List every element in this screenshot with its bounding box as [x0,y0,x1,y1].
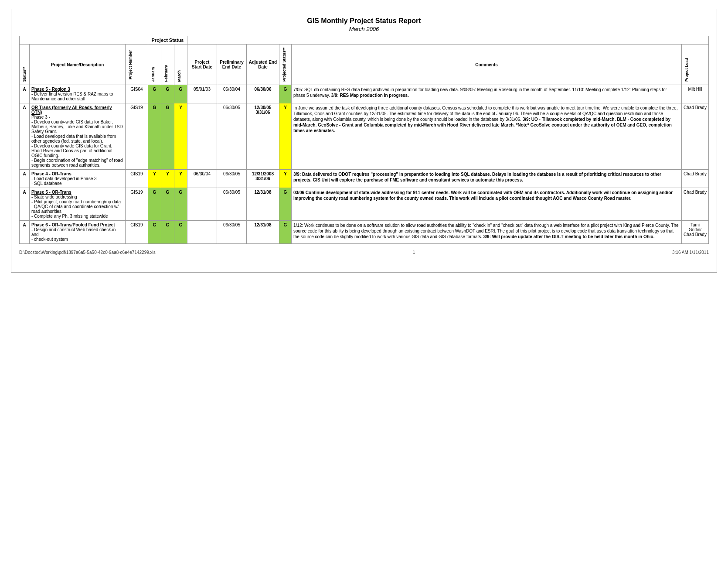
mar-cell: Y [174,170,187,188]
proj-status-cell: Y [279,170,292,188]
project-name-sub: - Design and construct Web based check-i… [31,227,116,237]
comment-bold: 03/06 Continue development of state-wide… [293,190,673,201]
start-date-col-header: Project Start Date [187,45,217,85]
mar-cell: G [174,85,187,103]
jan-cell: G [148,103,161,170]
project-name-sub: - Develop county-wide GIS data for Baker… [31,120,123,134]
prelim-end-cell: 06/30/05 [217,188,247,221]
footer-file-path: D:\Docstoc\Working\pdf\1897a6a5-5a50-42c… [19,250,156,255]
table-row: APhase 5 - Region 3- Deliver final versi… [20,85,709,103]
footer-timestamp: 3:16 AM 1/11/2011 [672,250,709,255]
project-name-bold: Phase 6 - OR-Trans/Pooled Fund Project [31,223,115,227]
project-name-cell: Phase 6 - OR-Trans/Pooled Fund Project- … [30,221,126,244]
project-name-bold: Phase 5 - Region 3 [31,87,70,92]
mar-col-header: March [176,68,182,84]
adj-end-col-header: Adjusted End Date [247,45,279,85]
page-wrapper: GIS Monthly Project Status Report March … [11,9,717,273]
project-number-cell: GIS04 [126,85,148,103]
status-cell: A [20,188,30,221]
project-name-sub: - check-out system [31,237,68,242]
proj-status-cell: Y [279,103,292,170]
feb-cell: Y [161,170,174,188]
comments-cell: In June we assumed the task of developin… [292,103,682,170]
project-name-bold: Phase 5 - OR-Trans [31,190,71,195]
jan-cell: G [148,188,161,221]
table-row: APhase 6 - OR-Trans/Pooled Fund Project-… [20,221,709,244]
jan-col-header: January [150,65,156,84]
proj-status-cell: G [279,188,292,221]
jan-cell: G [148,221,161,244]
project-name-phase: Phase 3 - [31,115,50,120]
start-date-cell [187,221,217,244]
report-title: GIS Monthly Project Status Report [19,17,709,25]
feb-cell: G [161,103,174,170]
start-date-cell [187,188,217,221]
project-name-sub: - SQL database [31,181,62,186]
project-name-sub: - QA/QC of data and coordinate correctio… [31,204,119,214]
project-name-sub: - Complete any Ph. 3 missing statewide [31,214,108,219]
project-number-cell: GIS19 [126,188,148,221]
lead-cell: Tami Griffin/ Chad Brady [682,221,709,244]
project-status-header: Project Status [148,36,187,45]
prelim-end-cell: 06/30/05 [217,221,247,244]
project-name-sub: - State wide addressing [31,195,77,199]
start-date-cell: 06/30/04 [187,170,217,188]
project-name-bold: OR Trans (formerly All Roads, formerly O… [31,105,112,115]
jan-cell: G [148,85,161,103]
comments-cell: 7/05: SQL db containing RES data being a… [292,85,682,103]
start-date-cell [187,103,217,170]
feb-cell: G [161,188,174,221]
comments-col-header: Comments [292,45,682,85]
adj-end-cell: 12/31/08 [247,188,279,221]
prelim-end-cell: 06/30/05 [217,170,247,188]
proj-status-cell: G [279,221,292,244]
status-col-header: Status** [21,65,27,84]
project-name-cell: Phase 5 - Region 3- Deliver final versio… [30,85,126,103]
footer-page: 1 [413,250,415,255]
prelim-end-cell: 06/30/05 [217,103,247,170]
status-cell: A [20,221,30,244]
project-number-cell: GIS19 [126,221,148,244]
status-cell: A [20,103,30,170]
project-name-sub: - Develop county wide GIS data for Grant… [31,144,112,158]
status-cell: A [20,85,30,103]
adj-end-cell: 12/31/08 [247,221,279,244]
mar-cell: Y [174,103,187,170]
comments-cell: 1/12: Work continues to be done on a sof… [292,221,682,244]
lead-cell: Milt Hill [682,85,709,103]
project-name-col-header: Project Name/Description [30,45,126,85]
lead-col-header: Project Lead [684,56,690,83]
comments-cell: 03/06 Continue development of state-wide… [292,188,682,221]
project-number-col-header: Project Number [126,45,148,85]
project-name-bold: Phase 4 - OR-Trans [31,171,71,176]
comments-cell: 3/9: Data delivered to ODOT requires "pr… [292,170,682,188]
mar-cell: G [174,221,187,244]
project-name-cell: Phase 4 - OR-Trans- Load data developed … [30,170,126,188]
prelim-end-col-header: Preliminary End Date [217,45,247,85]
comment-bold: 3/9: Data delivered to ODOT requires "pr… [293,172,661,182]
start-date-cell: 05/01/03 [187,85,217,103]
prelim-end-cell: 06/30/04 [217,85,247,103]
lead-cell: Chad Brady [682,170,709,188]
lead-cell: Chad Brady [682,103,709,170]
project-name-cell: OR Trans (formerly All Roads, formerly O… [30,103,126,170]
proj-status-cell: G [279,85,292,103]
project-name-cell: Phase 5 - OR-Trans- State wide addressin… [30,188,126,221]
report-subtitle: March 2006 [19,26,709,32]
project-name-sub: - Load developed data that is available … [31,134,116,144]
table-row: APhase 4 - OR-Trans- Load data developed… [20,170,709,188]
project-name-sub: - Pilot project; county road numbering/m… [31,199,121,204]
adj-end-cell: 12/30/053/31/06 [247,103,279,170]
comment-bold: 3/9: Will provide update after the GIS-T… [483,234,655,239]
lead-cell: Chad Brady [682,188,709,221]
proj-status-col-header: Projected Status** [281,46,287,83]
project-name-sub: - Load data developed in Phase 3 [31,176,97,181]
mar-cell: G [174,188,187,221]
footer-bar: D:\Docstoc\Working\pdf\1897a6a5-5a50-42c… [19,250,709,255]
feb-cell: G [161,221,174,244]
project-number-cell: GIS19 [126,170,148,188]
adj-end-cell: 06/30/06 [247,85,279,103]
project-number-cell: GIS19 [126,103,148,170]
project-name-sub: - Deliver final version RES & RAZ maps t… [31,92,113,101]
adj-end-cell: 12/31/20083/31/06 [247,170,279,188]
